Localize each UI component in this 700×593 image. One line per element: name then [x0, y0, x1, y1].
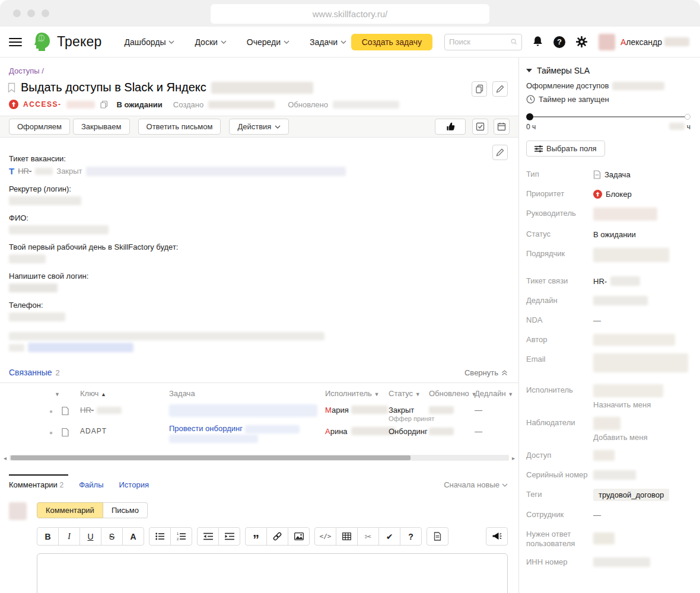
add-me-link[interactable]: Добавить меня — [593, 433, 647, 442]
field-manager[interactable]: Руководитель — [526, 208, 691, 221]
tab-history[interactable]: История — [119, 480, 149, 489]
app-logo[interactable]: Трекер — [30, 31, 101, 53]
related-key[interactable]: ADAPT — [80, 427, 107, 435]
filter-caret-icon[interactable]: ▼ — [55, 391, 60, 397]
choose-fields-button[interactable]: Выбрать поля — [526, 141, 605, 157]
bookmark-icon[interactable] — [7, 82, 16, 93]
search-input[interactable] — [449, 37, 508, 46]
window-dot[interactable] — [13, 9, 21, 17]
nav-issues[interactable]: Задачи — [310, 37, 346, 47]
sla-section-toggle[interactable]: Таймеры SLA — [526, 66, 691, 75]
column-task[interactable]: Задача — [169, 389, 195, 398]
field-nda[interactable]: NDA — — [526, 314, 691, 326]
nav-queues[interactable]: Очереди — [247, 37, 289, 47]
field-needs-user-reply[interactable]: Нужен ответ пользователя — [526, 528, 691, 549]
scroll-left-icon[interactable]: ◂ — [4, 455, 9, 461]
field-link-ticket[interactable]: Тикет связи HR- — [526, 275, 691, 287]
settings-button[interactable] — [575, 36, 588, 48]
bold-button[interactable]: B — [37, 527, 59, 546]
composer-tab-letter[interactable]: Письмо — [103, 502, 148, 518]
column-deadline[interactable]: Дедлайн ▼ — [475, 389, 513, 398]
field-serial-number[interactable]: Серийный номер — [526, 469, 691, 481]
status-badge[interactable]: В ожидании — [117, 100, 163, 109]
slider-start-knob[interactable] — [526, 113, 533, 120]
user-name[interactable]: Александр — [621, 37, 689, 47]
edit-issue-button[interactable] — [492, 81, 508, 97]
transition-closing-button[interactable]: Закрываем — [73, 119, 130, 135]
reply-by-mail-button[interactable]: Ответить письмом — [138, 119, 221, 135]
cut-button[interactable]: ✂ — [357, 527, 379, 546]
related-key[interactable]: HR- — [80, 406, 94, 415]
hamburger-menu-icon[interactable] — [9, 38, 22, 46]
column-status[interactable]: Статус ▼ — [389, 389, 421, 398]
related-task-link[interactable]: Провести онбординг — [169, 424, 300, 433]
issue-key[interactable]: ACCESS- — [23, 100, 62, 109]
checklist-button[interactable] — [472, 119, 488, 135]
underline-button[interactable]: U — [79, 527, 101, 546]
template-button[interactable] — [427, 527, 448, 546]
column-updated[interactable]: Обновлено ▼ — [429, 389, 476, 398]
bullet-list-button[interactable] — [149, 527, 171, 546]
quote-button[interactable]: ” — [245, 527, 267, 546]
sla-progress-slider[interactable] — [526, 113, 691, 120]
calendar-button[interactable] — [494, 119, 510, 135]
window-controls[interactable] — [13, 9, 49, 17]
related-assignee[interactable]: Мария — [325, 406, 349, 415]
address-bar[interactable]: www.skillfactory.ru/ — [211, 4, 489, 24]
field-contractor[interactable]: Подрядчик — [526, 248, 691, 262]
collapse-related-button[interactable]: Свернуть — [464, 368, 508, 377]
column-key[interactable]: Ключ ▲ — [80, 389, 106, 398]
copy-key-icon[interactable] — [100, 100, 109, 109]
field-author[interactable]: Автор — [526, 334, 691, 346]
tab-comments[interactable]: Комментарии 2 — [9, 480, 63, 489]
field-deadline[interactable]: Дедлайн — [526, 295, 691, 307]
create-issue-button[interactable]: Создать задачу — [351, 34, 432, 50]
numbered-list-button[interactable]: 12 — [170, 527, 192, 546]
field-assignee[interactable]: Исполнитель Назначить меня — [526, 384, 691, 409]
outdent-button[interactable] — [197, 527, 219, 546]
transition-processing-button[interactable]: Оформляем — [9, 119, 70, 135]
search-box[interactable] — [444, 34, 522, 50]
notifications-button[interactable] — [532, 36, 543, 48]
field-email[interactable]: Email — [526, 353, 691, 372]
nav-dashboards[interactable]: Дашборды — [124, 37, 174, 47]
table-button[interactable] — [336, 527, 358, 546]
assign-me-link[interactable]: Назначить меня — [593, 400, 651, 409]
horizontal-scrollbar[interactable]: ◂ ▸ — [4, 454, 515, 461]
markup-help-button[interactable]: ? — [400, 527, 422, 546]
actions-dropdown-button[interactable]: Действия — [229, 119, 289, 135]
nav-boards[interactable]: Доски — [195, 37, 226, 47]
edit-description-button[interactable] — [492, 145, 508, 160]
checkmark-button[interactable]: ✔ — [378, 527, 400, 546]
related-section-title[interactable]: Связанные — [9, 368, 52, 377]
sort-order-dropdown[interactable]: Сначала новые — [444, 480, 508, 489]
code-button[interactable]: </> — [314, 527, 336, 546]
field-followers[interactable]: Наблюдатели Добавить меня — [526, 417, 691, 442]
related-assignee[interactable]: Арина — [325, 427, 348, 436]
comment-text-input[interactable] — [37, 553, 508, 593]
composer-tab-comment[interactable]: Комментарий — [37, 502, 103, 518]
vacancy-key[interactable]: HR- — [18, 167, 31, 176]
scrollbar-thumb[interactable] — [11, 455, 411, 460]
field-inn[interactable]: ИНН номер — [526, 556, 691, 568]
like-button[interactable] — [435, 119, 466, 135]
field-type[interactable]: Тип Задача — [526, 168, 691, 180]
strikethrough-button[interactable]: S — [101, 527, 123, 546]
text-color-button[interactable]: A — [122, 527, 144, 546]
italic-button[interactable]: I — [58, 527, 80, 546]
user-avatar[interactable] — [599, 34, 615, 50]
column-assignee[interactable]: Исполнитель ▼ — [325, 389, 379, 398]
indent-button[interactable] — [218, 527, 240, 546]
announce-button[interactable] — [486, 527, 508, 546]
slider-end-knob[interactable] — [685, 114, 691, 120]
link-button[interactable] — [266, 527, 288, 546]
breadcrumb[interactable]: Доступы / — [0, 58, 518, 75]
window-dot[interactable] — [27, 9, 35, 17]
field-access[interactable]: Доступ — [526, 449, 691, 461]
field-employee[interactable]: Сотрудник — — [526, 509, 691, 521]
help-button[interactable]: ? — [553, 36, 565, 48]
tab-files[interactable]: Файлы — [79, 480, 103, 489]
field-status[interactable]: Статус В ожидании — [526, 228, 691, 240]
field-tags[interactable]: Теги трудовой_договор — [526, 489, 691, 501]
copy-link-button[interactable] — [472, 81, 487, 97]
